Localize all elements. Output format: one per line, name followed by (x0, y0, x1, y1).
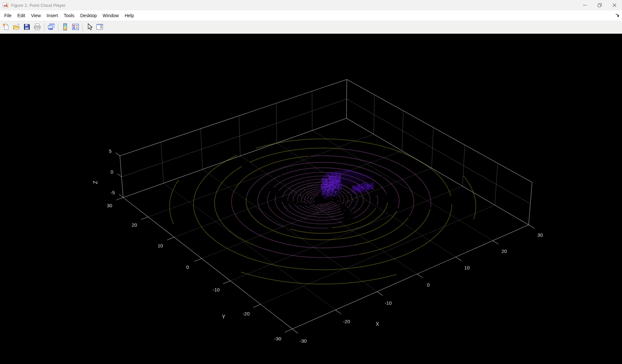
menu-item-edit[interactable]: Edit (15, 11, 28, 20)
svg-text:20: 20 (132, 222, 137, 228)
new-figure-icon (2, 23, 10, 32)
lidar-ring (310, 204, 338, 209)
matlab-figure-icon (3, 2, 8, 8)
svg-text:X: X (376, 321, 379, 327)
figure-window: Figure 1: Point Cloud Player FileEditVie… (0, 0, 622, 364)
axis-labels: XYZ (93, 181, 379, 327)
secondary-cluster-points (351, 182, 374, 194)
titlebar: Figure 1: Point Cloud Player (0, 0, 622, 10)
svg-text:30: 30 (107, 203, 112, 208)
close-button[interactable] (607, 0, 622, 10)
insert-legend-icon (72, 23, 79, 32)
lidar-ring (377, 195, 378, 204)
insert-legend-button[interactable] (70, 22, 81, 33)
lidar-ring (214, 167, 255, 245)
lidar-ring (279, 176, 360, 191)
menu-item-insert[interactable]: Insert (44, 11, 61, 20)
toolbar-separator (58, 23, 58, 31)
menu-item-tools[interactable]: Tools (61, 11, 77, 20)
svg-text:0: 0 (427, 282, 430, 288)
svg-text:10: 10 (157, 243, 163, 248)
pointcloud-3d-plot[interactable]: -30-20-100102030-30-20-100102030-505XYZ (0, 34, 622, 364)
minimize-button[interactable] (577, 0, 592, 10)
lidar-ring (313, 195, 318, 202)
lidar-ring (353, 190, 370, 218)
lidar-ring (317, 201, 334, 206)
print-figure-button[interactable] (32, 22, 42, 33)
dock-figure-icon[interactable] (615, 13, 620, 18)
lidar-ring (169, 180, 178, 224)
svg-text:0: 0 (110, 169, 113, 175)
lidar-ring (320, 201, 332, 204)
open-file-button[interactable] (11, 22, 22, 33)
lidar-ring (241, 272, 397, 284)
lidar-ring (340, 190, 348, 205)
svg-text:5: 5 (109, 148, 111, 154)
lidar-ring (247, 162, 382, 197)
lidar-ring (258, 176, 284, 227)
svg-text:Z: Z (93, 181, 98, 184)
toolbar (0, 21, 622, 34)
svg-text:10: 10 (464, 265, 470, 270)
lidar-ring (235, 156, 308, 189)
window-title: Figure 1: Point Cloud Player (11, 3, 65, 8)
svg-text:30: 30 (537, 232, 543, 238)
svg-text:-30: -30 (300, 338, 307, 344)
lidar-ring (281, 168, 373, 180)
new-figure-button[interactable] (1, 22, 11, 33)
lidar-ring (314, 203, 336, 207)
toolbar-separator (44, 23, 44, 31)
toolbar-separator (82, 23, 83, 31)
menu-item-desktop[interactable]: Desktop (77, 11, 99, 20)
menu-item-view[interactable]: View (28, 11, 44, 20)
svg-text:20: 20 (501, 248, 507, 254)
lidar-ring (463, 176, 476, 219)
show-plot-tools-button[interactable] (95, 22, 105, 33)
link-plot-icon (47, 23, 55, 32)
lidar-ring (297, 187, 325, 202)
svg-text:-20: -20 (243, 311, 250, 316)
show-plot-tools-icon (96, 23, 104, 32)
save-figure-icon (23, 23, 31, 32)
save-figure-button[interactable] (22, 22, 32, 33)
svg-text:Y: Y (222, 314, 225, 320)
svg-text:-5: -5 (110, 190, 115, 195)
edit-plot-icon (86, 23, 93, 32)
svg-text:-10: -10 (213, 287, 220, 292)
svg-text:-30: -30 (274, 336, 281, 341)
lidar-ring (308, 192, 320, 204)
insert-colorbar-button[interactable] (60, 22, 70, 33)
svg-text:0: 0 (186, 264, 189, 270)
lidar-ring (355, 217, 409, 245)
print-figure-icon (33, 23, 41, 32)
lidar-ring (326, 211, 397, 240)
plot-area: -30-20-100102030-30-20-100102030-505XYZ (0, 34, 622, 364)
svg-text:-10: -10 (385, 300, 392, 306)
lidar-ring (338, 194, 340, 201)
menubar: FileEditViewInsertToolsDesktopWindowHelp (0, 10, 622, 21)
svg-text:-20: -20 (343, 319, 350, 324)
window-controls (577, 0, 622, 10)
link-plot-button[interactable] (46, 22, 56, 33)
lidar-ring (340, 188, 352, 208)
restore-button[interactable] (592, 0, 607, 10)
menu-item-window[interactable]: Window (100, 11, 122, 20)
floor-grid-layer (148, 131, 495, 310)
lidar-ring (311, 194, 319, 203)
axes-box-edges (120, 79, 532, 329)
edit-plot-button[interactable] (84, 22, 95, 33)
lidar-ring (305, 206, 340, 210)
menu-item-file[interactable]: File (1, 11, 15, 20)
insert-colorbar-icon (61, 23, 69, 32)
lidar-ring (332, 208, 376, 228)
lidar-ring (301, 189, 323, 203)
lidar-ring (282, 202, 343, 221)
lidar-ring (339, 193, 344, 203)
vehicle-cluster-layer (321, 169, 374, 199)
lidar-ring (250, 148, 341, 162)
open-file-icon (13, 23, 20, 32)
lidar-rings-layer (169, 139, 476, 284)
menu-item-help[interactable]: Help (122, 11, 137, 20)
